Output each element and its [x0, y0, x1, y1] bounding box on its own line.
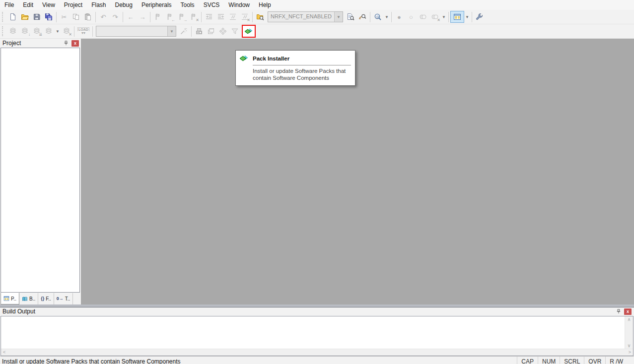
toolbar-separator [191, 26, 192, 37]
batch-build-button[interactable] [43, 26, 55, 37]
save-all-button[interactable] [43, 11, 55, 22]
copy-button[interactable] [70, 11, 82, 22]
tooltip-separator [253, 65, 351, 65]
window-layout-button[interactable] [450, 11, 464, 23]
uncomment-button[interactable]: ✕ [239, 11, 251, 22]
overlay-glyph: ↓ [28, 33, 30, 37]
cut-icon: ✂ [62, 14, 67, 20]
insert-breakpoint-icon: ● [397, 14, 401, 20]
tab-functions[interactable]: {}F.. [38, 293, 54, 304]
comment-button[interactable] [227, 11, 239, 22]
chevron-down-icon[interactable]: ▼ [464, 11, 470, 22]
tab-templates[interactable]: 0→T.. [54, 293, 73, 304]
clear-bookmarks-button[interactable]: ✕ [188, 11, 200, 22]
build-button[interactable]: ↓ [19, 26, 31, 37]
chevron-down-icon[interactable]: ▼ [167, 26, 176, 36]
overlay-glyph: ⇊ [39, 33, 42, 37]
multi-project-workspace-button[interactable] [205, 26, 217, 37]
find-in-files-button[interactable] [345, 11, 356, 22]
menu-view[interactable]: View [38, 0, 60, 10]
menu-svcs[interactable]: SVCS [199, 0, 224, 10]
scroll-left-icon[interactable]: < [3, 350, 5, 355]
vertical-scrollbar[interactable]: ∧ ∨ [625, 316, 633, 349]
manage-project-items-button[interactable] [193, 26, 205, 37]
overlay-glyph: ✕ [196, 18, 199, 22]
redo-button[interactable]: ↷ [109, 11, 121, 22]
combobox-value [96, 26, 167, 36]
close-icon[interactable]: x [71, 40, 79, 47]
search-combobox[interactable]: NRFX_NFCT_ENABLED▼ [268, 11, 343, 22]
rebuild-button[interactable]: ⇊ [31, 26, 43, 37]
navigate-back-button[interactable]: ← [125, 11, 137, 22]
tab-project[interactable]: P.. [0, 293, 19, 304]
translate-button[interactable] [7, 26, 19, 37]
download-arrows-icon: ▾▾ [81, 31, 85, 35]
pin-icon[interactable] [62, 40, 70, 47]
chevron-down-icon[interactable]: ▼ [441, 11, 447, 22]
overlay-glyph: ✕ [247, 18, 250, 22]
target-options-button[interactable] [178, 26, 190, 37]
pack-installer-button[interactable] [243, 26, 255, 37]
project-tree[interactable] [0, 48, 80, 293]
scroll-down-icon[interactable]: ∨ [628, 344, 631, 348]
pack-installer-icon [240, 54, 248, 62]
target-combobox[interactable]: ▼ [96, 26, 176, 37]
menu-window[interactable]: Window [224, 0, 254, 10]
scroll-up-icon[interactable]: ∧ [628, 317, 631, 322]
navigate-forward-button[interactable]: → [137, 11, 148, 22]
menu-tools[interactable]: Tools [176, 0, 199, 10]
select-software-packs-button[interactable] [229, 26, 241, 37]
enable-breakpoint-button[interactable]: ○ [405, 11, 417, 22]
next-bookmark-button[interactable]: → [176, 11, 188, 22]
overlay-glyph: → [183, 18, 187, 22]
menu-edit[interactable]: Edit [18, 0, 38, 10]
scroll-right-icon[interactable]: > [629, 350, 631, 355]
build-output-title: Build Output [2, 308, 615, 315]
pin-icon[interactable] [615, 308, 622, 315]
menu-file[interactable]: File [0, 0, 18, 10]
tab-functions-icon: {} [41, 297, 44, 301]
toolbar-grip[interactable] [2, 12, 5, 22]
open-file-button[interactable] [19, 11, 31, 22]
menu-debug[interactable]: Debug [111, 0, 137, 10]
tab-books[interactable]: B.. [19, 293, 38, 304]
navigate-back-icon: ← [128, 14, 134, 20]
indent-right-button[interactable] [203, 11, 215, 22]
enable-breakpoint-icon: ○ [409, 14, 413, 20]
cut-button[interactable]: ✂ [58, 11, 70, 22]
close-icon[interactable]: x [624, 308, 632, 315]
disable-all-breakpoints-button[interactable] [417, 11, 429, 22]
previous-bookmark-button[interactable]: ← [164, 11, 176, 22]
horizontal-scrollbar[interactable]: < > [1, 349, 633, 356]
overlay-glyph: ✕ [69, 33, 72, 37]
chevron-down-icon[interactable]: ▼ [55, 26, 61, 37]
menu-peripherals[interactable]: Peripherals [137, 0, 176, 10]
incremental-find-button[interactable] [356, 11, 368, 22]
kill-all-breakpoints-button[interactable]: ✕ [429, 11, 441, 22]
undo-button[interactable]: ↶ [97, 11, 109, 22]
overlay-glyph: ✕ [437, 18, 440, 22]
toolbar-grip[interactable] [2, 26, 5, 36]
paste-button[interactable] [82, 11, 94, 22]
new-file-button[interactable] [7, 11, 19, 22]
indent-left-button[interactable] [215, 11, 227, 22]
stop-build-button[interactable]: ✕ [61, 26, 72, 37]
build-output-content[interactable]: ∧ ∨ < > [0, 316, 634, 356]
overlay-glyph: ← [171, 18, 175, 22]
menu-flash[interactable]: Flash [87, 0, 110, 10]
download-button[interactable]: LOAD▾▾ [76, 26, 91, 37]
find-in-files-dialog-button[interactable] [254, 11, 266, 22]
chevron-down-icon[interactable]: ▼ [334, 12, 343, 22]
insert-breakpoint-button[interactable]: ● [393, 11, 405, 22]
menu-help[interactable]: Help [254, 0, 276, 10]
toggle-bookmark-button[interactable] [152, 11, 164, 22]
lookup-button[interactable] [372, 11, 384, 22]
toolbar-separator [370, 12, 370, 22]
chevron-down-icon[interactable]: ▼ [384, 11, 390, 22]
manage-rte-button[interactable] [217, 26, 229, 37]
configure-button[interactable] [474, 11, 486, 22]
file-toolbar: ✂↶↷←→←→✕✕NRFX_NFCT_ENABLED▼▼●○✕▼▼ [0, 10, 634, 24]
menu-project[interactable]: Project [60, 0, 87, 10]
save-button[interactable] [31, 11, 43, 22]
status-bar: Install or update Software Packs that co… [0, 356, 634, 364]
